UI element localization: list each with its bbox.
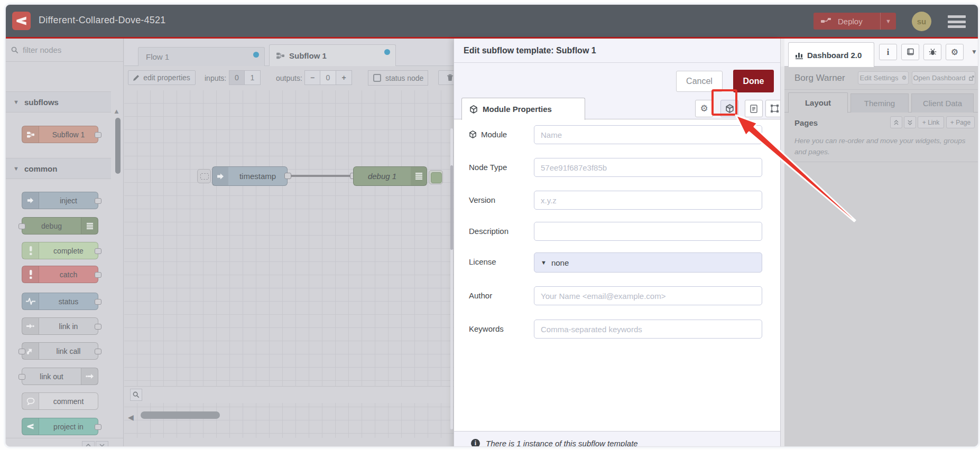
tab-flow-1[interactable]: Flow 1 <box>138 47 265 66</box>
avatar[interactable]: su <box>912 12 931 31</box>
debug-tab-button[interactable] <box>923 44 941 60</box>
right-port <box>95 198 101 204</box>
node-red-logo-icon <box>12 12 31 30</box>
field-label: Author <box>469 291 492 300</box>
expand-pages-button[interactable] <box>904 116 916 128</box>
outputs-stepper[interactable]: − 0 + <box>304 70 352 85</box>
hamburger-menu-icon[interactable] <box>948 15 966 28</box>
palette-category-subflows[interactable]: ▼subflows <box>6 91 111 112</box>
field-label: Node Type <box>469 163 507 172</box>
form-row-keywords: Keywords <box>454 320 780 340</box>
info-tab-button[interactable]: i <box>879 44 897 60</box>
palette-node-comment[interactable]: comment <box>22 392 98 410</box>
help-tab-button[interactable] <box>901 44 919 60</box>
scroll-left-icon[interactable]: ◀ <box>128 413 134 421</box>
palette-node-label: comment <box>39 397 98 406</box>
inputs-toggle[interactable]: 0 1 <box>229 70 261 85</box>
palette-node-debug[interactable]: debug <box>22 217 98 235</box>
output-port[interactable] <box>284 173 291 179</box>
edit-subflow-tray: Edit subflow template: Subflow 1 Cancel … <box>454 39 780 447</box>
left-port <box>19 349 25 354</box>
sidebar-tab-layout[interactable]: Layout <box>788 92 848 113</box>
palette-node-project-in[interactable]: project in <box>22 418 98 435</box>
settings-tab-button[interactable]: ⚙ <box>946 44 964 60</box>
palette-search-input[interactable]: filter nodes <box>6 39 123 62</box>
open-dashboard-button[interactable]: Open Dashboard <box>912 71 975 85</box>
edit-settings-button[interactable]: Edit Settings ⚙ <box>858 71 909 85</box>
form-row-module: Module <box>454 125 780 145</box>
subflow-icon <box>276 51 285 60</box>
done-button[interactable]: Done <box>733 70 774 92</box>
deploy-dropdown[interactable]: ▼ <box>880 13 896 30</box>
add-link-button[interactable]: + Link <box>918 116 944 128</box>
flow-workspace: Flow 1 Subflow 1 edit properties inputs:… <box>124 39 454 447</box>
license-select[interactable]: ▼none <box>534 252 762 273</box>
description-button[interactable] <box>745 100 763 117</box>
collapse-pages-button[interactable] <box>890 116 902 128</box>
properties-gear-button[interactable]: ⚙ <box>695 100 713 117</box>
subflow-input-stub[interactable] <box>197 169 211 183</box>
tab-subflow-1[interactable]: Subflow 1 <box>269 44 396 66</box>
description-input[interactable] <box>534 222 762 241</box>
palette-node-label: link call <box>39 347 98 355</box>
sidebar-tabs-dropdown[interactable]: ▼ <box>971 48 977 55</box>
module-properties-button[interactable] <box>720 100 738 117</box>
sidebar-tab-client-data[interactable]: Client Data <box>911 93 974 112</box>
node-debug-1[interactable]: debug 1 <box>353 166 427 186</box>
palette-expand-all-button[interactable] <box>96 441 108 447</box>
palette-collapse-all-button[interactable] <box>82 441 95 447</box>
keywords-input[interactable] <box>534 320 762 339</box>
outputs-increment-button[interactable]: + <box>336 70 352 85</box>
delete-subflow-button[interactable] <box>438 70 454 85</box>
sidebar-resize-handle[interactable] <box>780 39 784 447</box>
palette-scrollbar[interactable] <box>115 118 121 174</box>
subflow-output-stub[interactable] <box>429 170 443 184</box>
outputs-count[interactable]: 0 <box>320 70 336 85</box>
cancel-button[interactable]: Cancel <box>676 71 723 92</box>
zoom-search-button[interactable] <box>130 389 142 401</box>
author-input[interactable] <box>534 286 762 305</box>
tab-dashboard-2[interactable]: Dashboard 2.0 <box>788 42 874 67</box>
deploy-icon <box>821 17 831 25</box>
tray-scrollbar[interactable] <box>450 165 453 250</box>
palette-node-Subflow-1[interactable]: Subflow 1 <box>22 126 98 143</box>
palette-node-inject[interactable]: inject <box>22 192 98 209</box>
right-port <box>95 299 101 305</box>
checkbox-icon[interactable] <box>373 74 381 82</box>
palette-node-link-out[interactable]: link out <box>22 368 98 385</box>
chevron-down-icon: ▼ <box>541 259 547 266</box>
left-port <box>19 374 25 380</box>
right-port <box>95 424 101 430</box>
palette-node-link-call[interactable]: link call <box>22 342 98 360</box>
inputs-option-1[interactable]: 1 <box>245 70 261 85</box>
palette-node-status[interactable]: status <box>22 293 98 310</box>
palette-node-complete[interactable]: complete <box>22 242 98 259</box>
palette-category-common[interactable]: ▼common <box>6 158 111 179</box>
inputs-label: inputs: <box>205 74 226 82</box>
node-timestamp[interactable]: timestamp <box>212 166 288 186</box>
palette-node-label: link out <box>22 372 81 381</box>
horizontal-scrollbar[interactable] <box>141 411 220 419</box>
outputs-decrement-button[interactable]: − <box>304 70 320 85</box>
add-page-button[interactable]: + Page <box>946 116 975 128</box>
sidebar-tab-theming[interactable]: Theming <box>850 93 909 112</box>
inputs-option-0[interactable]: 0 <box>229 70 245 85</box>
dashboard-header-row: Borg Warner Edit Settings ⚙ Open Dashboa… <box>784 67 978 90</box>
field-label: Description <box>469 227 509 236</box>
chevron-down-icon: ▼ <box>13 99 19 105</box>
palette-node-link-in[interactable]: link in <box>22 317 98 335</box>
palette-node-label: complete <box>39 247 98 255</box>
palette-scroll-up-icon[interactable]: ▲ <box>113 107 120 115</box>
module-input[interactable] <box>534 125 762 144</box>
palette-node-catch[interactable]: catch <box>22 266 98 283</box>
node-type-input[interactable] <box>534 158 762 177</box>
exclamation-icon <box>22 266 39 283</box>
form-row-author: Author <box>454 286 780 306</box>
tab-module-properties[interactable]: Module Properties <box>461 98 585 120</box>
status-node-checkbox[interactable]: status node <box>368 70 428 86</box>
modified-dot <box>384 49 390 55</box>
deploy-button[interactable]: Deploy ▼ <box>813 13 896 30</box>
layout-tab-group: LayoutThemingClient Data <box>784 92 978 112</box>
version-input[interactable] <box>534 191 762 210</box>
edit-properties-button[interactable]: edit properties <box>128 70 196 85</box>
